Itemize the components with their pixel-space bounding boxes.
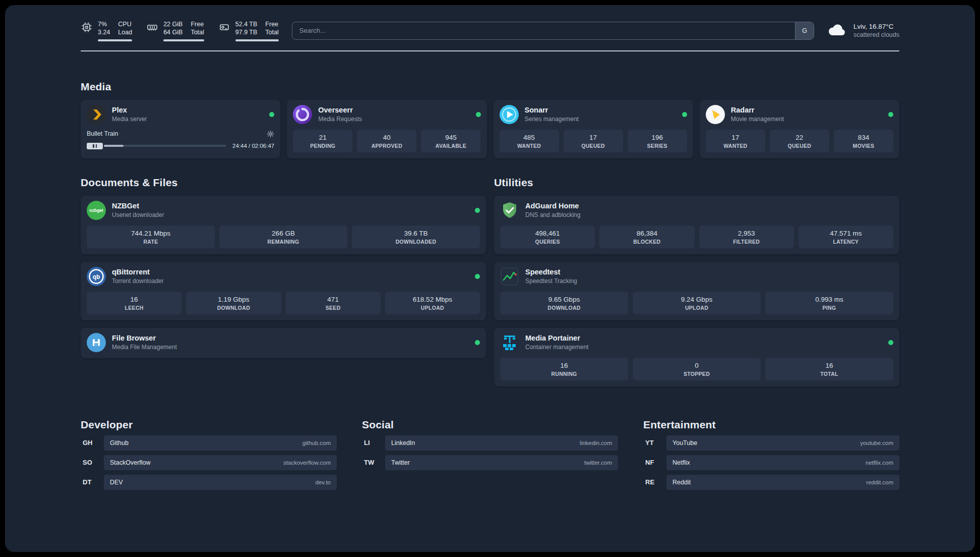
bookmark-linkedin[interactable]: LI LinkedIn linkedin.com <box>362 435 618 451</box>
service-card-filebrowser[interactable]: File Browser Media File Management <box>81 328 486 358</box>
nzbget-icon: nzbget <box>87 201 106 220</box>
service-subtitle: Series management <box>525 116 579 123</box>
top-bar: 7% 3.24 CPU Load <box>81 20 899 41</box>
stat-downloaded: 39.6 TB DOWNLOADED <box>352 226 480 248</box>
search-bar: G <box>292 22 814 40</box>
disk-widget: 52.4 TB 97.9 TB Free Total <box>218 20 279 41</box>
stat-queued: 22 QUEUED <box>770 130 829 152</box>
pause-button[interactable] <box>87 143 103 149</box>
service-card-radarr[interactable]: Radarr Movie management 17 WANTED 22 QUE… <box>700 100 899 158</box>
section-utilities: Utilities <box>494 177 899 386</box>
resource-widgets: 7% 3.24 CPU Load <box>81 20 279 41</box>
stat-queued: 17 QUEUED <box>564 130 623 152</box>
service-card-nzbget[interactable]: nzbget NZBGet Usenet downloader 74 <box>81 196 486 254</box>
bookmark-stackoverflow[interactable]: SO StackOverflow stackoverflow.com <box>81 455 337 470</box>
section-documents: Documents & Files nzbget <box>81 177 486 358</box>
memory-usage-bar <box>163 39 204 41</box>
service-card-overseerr[interactable]: Overseerr Media Requests 21 PENDING 40 A… <box>287 100 486 158</box>
bookmark-netflix[interactable]: NF Netflix netflix.com <box>643 455 899 470</box>
bookmark-domain: twitter.com <box>584 460 612 466</box>
disk-total-label: Total <box>265 28 278 36</box>
gear-icon[interactable] <box>267 130 274 138</box>
cpu-label: CPU <box>118 20 132 28</box>
overseerr-icon <box>293 105 312 124</box>
bookmark-domain: linkedin.com <box>580 440 612 446</box>
bookmark-heading-developer: Developer <box>81 419 337 431</box>
cpu-usage-bar <box>98 39 132 41</box>
bookmark-abbr: TW <box>362 459 385 466</box>
stat-rate: 744.21 Mbps RATE <box>87 226 215 248</box>
service-card-portainer[interactable]: Media Portainer Container management 16 … <box>494 328 899 386</box>
memory-free-value: 22 GiB <box>163 20 182 28</box>
bookmark-name: StackOverflow <box>110 459 151 466</box>
status-dot <box>475 274 480 279</box>
bookmark-twitter[interactable]: TW Twitter twitter.com <box>362 455 618 470</box>
search-provider-button[interactable]: G <box>795 22 814 39</box>
service-subtitle: Movie management <box>731 116 784 123</box>
service-subtitle: Torrent downloader <box>112 277 164 285</box>
bookmark-domain: dev.to <box>316 479 331 485</box>
svg-text:nzbget: nzbget <box>89 208 103 213</box>
bookmark-youtube[interactable]: YT YouTube youtube.com <box>643 435 899 451</box>
bookmark-heading-entertainment: Entertainment <box>643 419 899 431</box>
service-subtitle: Container management <box>525 344 588 351</box>
stat-blocked: 86,384 BLOCKED <box>599 226 694 248</box>
bookmark-domain: youtube.com <box>860 440 893 446</box>
bookmark-dev[interactable]: DT DEV dev.to <box>81 475 337 490</box>
bookmark-github[interactable]: GH Github github.com <box>81 435 337 451</box>
disk-total-value: 97.9 TB <box>235 28 258 36</box>
bookmark-group-developer: Developer GH Github github.com SO StackO… <box>81 419 337 490</box>
service-card-qbittorrent[interactable]: qb qBittorrent Torrent downloader <box>81 262 486 320</box>
plex-icon <box>87 105 106 124</box>
stat-wanted: 485 WANTED <box>500 130 559 152</box>
sonarr-icon <box>500 105 519 124</box>
bookmark-abbr: SO <box>81 459 104 466</box>
stat-approved: 40 APPROVED <box>357 130 416 152</box>
stat-available: 945 AVAILABLE <box>421 130 480 152</box>
bookmark-name: Reddit <box>672 479 691 486</box>
bookmark-heading-social: Social <box>362 419 618 431</box>
stat-upload: 618.52 Mbps UPLOAD <box>385 292 480 314</box>
stat-download: 9.65 Gbps DOWNLOAD <box>500 292 628 314</box>
weather-condition: scattered clouds <box>853 31 899 38</box>
service-name: Plex <box>112 106 147 114</box>
status-dot <box>475 208 480 213</box>
bookmark-reddit[interactable]: RE Reddit reddit.com <box>643 475 899 490</box>
playback-progress-bar[interactable] <box>104 145 226 147</box>
service-card-sonarr[interactable]: Sonarr Series management 485 WANTED 17 Q… <box>494 100 693 158</box>
stat-filtered: 2,953 FILTERED <box>699 226 794 248</box>
status-dot <box>475 340 480 345</box>
disk-usage-bar <box>235 39 279 41</box>
status-dot <box>888 112 893 117</box>
bookmark-name: Netflix <box>672 459 690 466</box>
service-card-speedtest[interactable]: Speedtest Speedtest Tracking 9.65 Gbps D… <box>494 262 899 320</box>
service-subtitle: Speedtest Tracking <box>525 277 577 285</box>
disk-free-label: Free <box>265 20 278 28</box>
service-card-plex[interactable]: Plex Media server Bullet Train <box>81 100 280 158</box>
service-subtitle: Usenet downloader <box>112 211 164 218</box>
bookmark-name: YouTube <box>672 439 697 447</box>
bookmark-domain: stackoverflow.com <box>283 460 331 466</box>
section-heading-documents: Documents & Files <box>81 177 486 189</box>
cpu-load-label: Load <box>118 28 132 36</box>
status-dot <box>888 340 893 345</box>
weather-widget: Lviv, 16.87°C scattered clouds <box>827 23 899 39</box>
stat-wanted: 17 WANTED <box>706 130 765 152</box>
speedtest-icon <box>500 267 519 286</box>
stat-running: 16 RUNNING <box>500 358 628 380</box>
service-card-adguard[interactable]: AdGuard Home DNS and adblocking 498,461 … <box>494 196 899 254</box>
bookmark-group-social: Social LI LinkedIn linkedin.com TW Twitt… <box>362 419 618 490</box>
section-heading-utilities: Utilities <box>494 177 899 189</box>
memory-total-label: Total <box>191 28 204 36</box>
bookmark-abbr: GH <box>81 439 104 447</box>
qbittorrent-icon: qb <box>87 267 106 286</box>
search-input[interactable] <box>292 22 814 40</box>
portainer-icon <box>500 333 519 352</box>
disk-drive-icon <box>218 21 230 33</box>
bookmark-name: Github <box>110 439 129 447</box>
service-name: Radarr <box>731 106 784 114</box>
bookmark-abbr: YT <box>643 439 666 447</box>
section-media: Media Plex Media server <box>81 81 899 158</box>
bookmark-abbr: LI <box>362 439 385 447</box>
bookmark-abbr: NF <box>643 459 666 466</box>
